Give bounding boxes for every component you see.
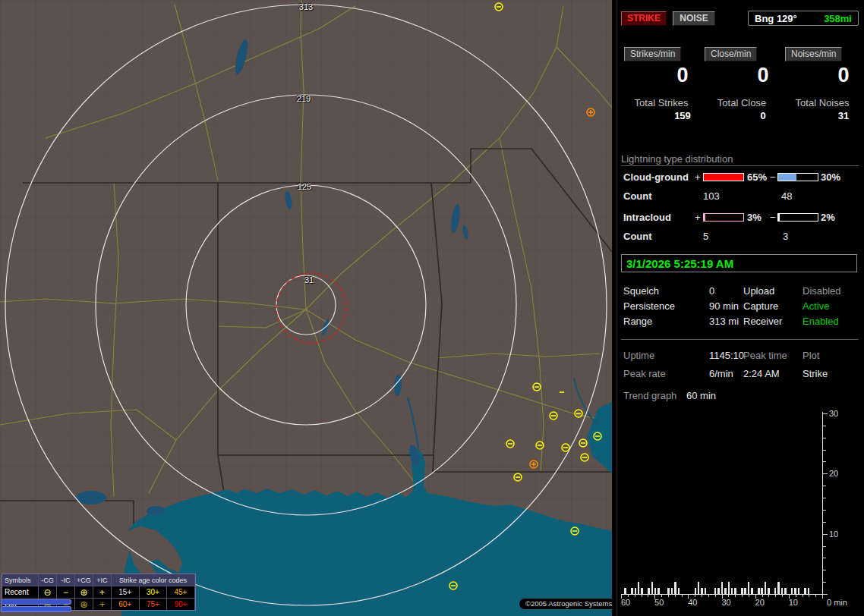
trend-bar <box>761 588 763 594</box>
intracloud-row: Intracloud + 3% − 2% <box>617 212 864 224</box>
squelch-label: Squelch <box>623 285 659 297</box>
trend-zero-label: 0 min <box>827 598 847 607</box>
y-tick <box>823 486 826 486</box>
total-noises-label: Total Noises <box>782 97 862 108</box>
uptime-label: Uptime <box>623 350 654 361</box>
x-tick <box>708 595 709 597</box>
datetime-box: 3/1/2026 5:25:19 AM <box>621 254 857 272</box>
x-tick-label: 60 <box>621 598 630 607</box>
settings-row-2: Persistence 90 min Capture Active <box>617 300 864 313</box>
count-label: Count <box>623 231 652 242</box>
noise-button[interactable]: NOISE <box>673 11 715 26</box>
capture-status: Active <box>803 300 829 312</box>
cg-count-row: Count 103 48 <box>617 190 864 203</box>
neg-cg-symbol: ⊖ <box>39 586 57 598</box>
x-tick <box>668 595 669 597</box>
neg-ic-symbol: − <box>57 586 75 598</box>
trend-bar <box>751 588 753 594</box>
range-value: 313 mi <box>709 316 739 327</box>
total-strikes-value: 159 <box>642 110 723 121</box>
cg-positive-pct: 65% <box>747 171 767 183</box>
trend-bar <box>744 588 746 594</box>
strikes-per-min-value: 0 <box>642 64 723 87</box>
persistence-label: Persistence <box>623 300 675 312</box>
minus-sign: − <box>770 171 776 183</box>
range-ring-label: 125 <box>298 182 311 191</box>
range-ring-label: 313 <box>299 2 313 11</box>
noises-per-min-box: Noises/min <box>785 47 842 61</box>
y-tick <box>823 426 826 426</box>
peak-time-value: 2:24 AM <box>743 368 780 379</box>
legend-header-neg-ic: -IC <box>57 574 75 586</box>
trend-bar <box>624 588 626 594</box>
symbols-legend: Symbols-CG-IC+CG+ICStrike age color code… <box>2 574 196 611</box>
trend-bar <box>695 588 697 594</box>
trend-bar <box>724 588 727 594</box>
x-tick <box>695 595 695 597</box>
y-tick <box>823 498 826 498</box>
cg-positive-fill <box>704 174 743 181</box>
trend-bar <box>777 582 780 594</box>
y-tick-label: 10 <box>829 530 838 539</box>
rate-section: Strikes/min 0 Total Strikes 159 Close/mi… <box>621 47 862 121</box>
receiver-label: Receiver <box>743 316 782 327</box>
y-tick <box>823 534 828 535</box>
trend-bar <box>798 588 800 594</box>
trend-bar <box>791 588 793 594</box>
x-tick <box>735 595 736 597</box>
trend-bar <box>705 588 707 594</box>
ic-negative-count: 3 <box>783 231 788 242</box>
total-strikes-label: Total Strikes <box>621 97 702 108</box>
pos-ic-symbol: + <box>93 598 112 610</box>
ic-positive-pct: 3% <box>747 212 762 223</box>
strike-button[interactable]: STRIKE <box>621 11 667 26</box>
ic-positive-fill <box>704 214 705 221</box>
y-tick <box>823 582 826 583</box>
cg-positive-bar <box>703 173 744 181</box>
trend-bar <box>651 582 654 594</box>
x-tick <box>661 595 662 597</box>
plot-value: Strike <box>803 368 828 379</box>
trend-bar <box>721 582 724 594</box>
peak-rate-value: 6/min <box>709 368 733 379</box>
y-tick <box>823 510 826 511</box>
copyright-label: ©2005 Astrogenic Systems <box>519 599 612 609</box>
cloud-ground-label: Cloud-ground <box>623 171 689 183</box>
x-tick <box>796 595 796 597</box>
peak-time-label: Peak time <box>743 350 787 361</box>
trend-bar <box>808 588 810 594</box>
trend-bar <box>638 582 640 594</box>
total-noises-value: 31 <box>803 110 864 121</box>
trend-bar <box>631 588 633 594</box>
cg-positive-count: 103 <box>703 190 720 202</box>
ic-positive-count: 5 <box>703 231 708 242</box>
minus-sign: − <box>770 212 776 223</box>
trend-bar <box>765 582 767 594</box>
trend-graph-row: Trend graph 60 min <box>617 390 864 402</box>
trend-bar <box>768 588 770 594</box>
bearing-distance: 358mi <box>824 13 852 24</box>
trend-bar <box>671 588 673 594</box>
trend-bars <box>621 413 822 594</box>
blue-bar-decoration <box>1 606 71 612</box>
nexstorm-window: 31321912531 Symbols-CG-IC+CG+ICStrike ag… <box>0 0 864 616</box>
ic-negative-fill <box>778 214 780 221</box>
squelch-value: 0 <box>709 285 714 297</box>
x-tick <box>775 595 776 597</box>
y-tick-label: 30 <box>829 409 838 418</box>
trend-graph-label: Trend graph <box>623 390 676 401</box>
trend-bar <box>731 588 733 594</box>
lightning-map[interactable]: 31321912531 Symbols-CG-IC+CG+ICStrike ag… <box>0 0 612 616</box>
trend-bar <box>781 588 784 594</box>
trend-bar <box>794 588 796 594</box>
trend-bar <box>714 588 717 594</box>
y-tick <box>823 473 828 474</box>
cg-negative-count: 48 <box>781 190 792 202</box>
x-tick-label: 40 <box>688 598 697 607</box>
datetime-value: 3/1/2026 5:25:19 AM <box>622 257 733 270</box>
pos-cg-symbol: ⊕ <box>75 598 93 610</box>
y-tick <box>823 461 826 462</box>
cg-negative-bar <box>777 173 818 181</box>
persistence-value: 90 min <box>709 300 739 312</box>
blue-bar-decoration <box>1 599 71 605</box>
